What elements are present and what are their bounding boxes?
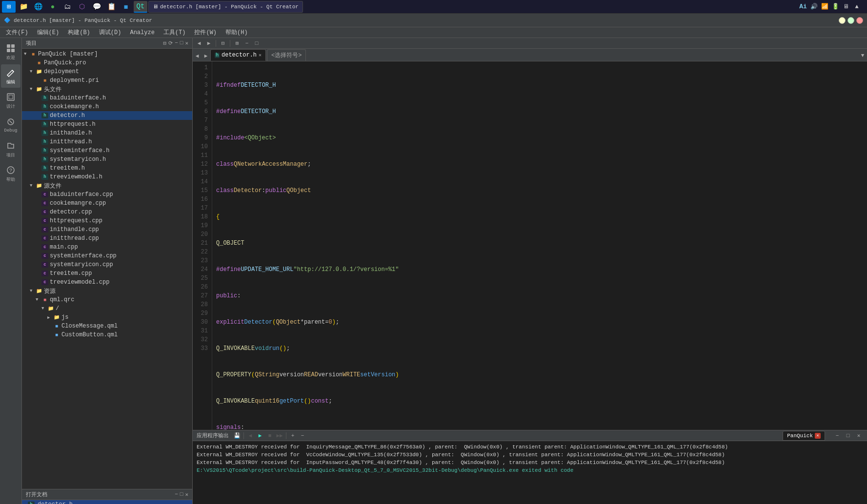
expand-editor-button[interactable]: □ [252,39,261,48]
taskbar-qr[interactable]: ◼ [119,1,133,13]
tab-right-nav[interactable]: ▶ [202,50,210,61]
output-stop-btn[interactable]: ■ [265,431,274,440]
tree-expand-arrow[interactable]: ▼ [30,69,36,74]
tab-detector-h[interactable]: h detector.h ✕ [210,49,266,61]
taskbar-pm[interactable]: 📋 [104,1,118,13]
output-content[interactable]: External WM_DESTROY received for Inquiry… [193,441,867,504]
sidebar-welcome[interactable]: 欢迎 [1,40,20,63]
collapse-icon[interactable]: − [175,40,178,46]
taskbar-browser1[interactable]: 🌐 [31,1,45,13]
list-item[interactable]: c main.cpp [22,243,192,252]
list-item[interactable]: ▼ 📁 头文件 [22,85,192,94]
list-item[interactable]: h initthread.h [22,137,192,146]
list-item[interactable]: ▼ 📁 资源 [22,287,192,295]
tray-icon2[interactable]: 📶 [820,2,829,11]
taskbar-explorer2[interactable]: 🗂 [60,1,74,13]
tree-expand-arrow[interactable]: ▼ [36,297,41,302]
filter-button[interactable]: ⊟ [219,39,227,48]
close-docs-icon[interactable]: ✕ [185,491,188,498]
taskbar-active-window[interactable]: 🖥 detector.h [master] - PanQuick - Qt Cr… [148,1,303,13]
open-doc-detector[interactable]: h detector.h [22,500,192,504]
list-item[interactable]: c treeitem.cpp [22,269,192,278]
tree-expand-arrow[interactable]: ▼ [24,52,30,57]
menu-edit[interactable]: 编辑(E) [33,27,63,38]
minimize-button[interactable] [839,17,846,24]
tree-expand-arrow[interactable]: ▶ [47,315,53,320]
menu-controls[interactable]: 控件(W) [190,27,221,38]
sidebar-project[interactable]: 项目 [1,137,20,161]
list-item[interactable]: c systemtaryicon.cpp [22,260,192,269]
list-item[interactable]: c httprequest.cpp [22,216,192,225]
tree-expand-arrow[interactable]: ▼ [30,289,36,293]
list-item[interactable]: h inithandle.h [22,129,192,137]
output-prev-btn[interactable]: ◀ [246,431,255,440]
list-item[interactable]: h baiduinterface.h [22,94,192,102]
close-panel-icon[interactable]: ✕ [185,40,188,46]
start-button[interactable]: ⊞ [2,1,16,13]
list-item[interactable]: h httprequest.h [22,120,192,129]
list-item[interactable]: ■ PanQuick.pro [22,58,192,67]
menu-analyze[interactable]: Analyze [126,28,158,37]
expand-docs-icon[interactable]: □ [180,491,183,498]
code-editor[interactable]: 1 2 3 4 5 6 7 8 9 10 11 12 13 14 15 16 1… [193,61,867,430]
list-item[interactable]: ▼ 📁 deployment [22,67,192,76]
list-item[interactable]: c systeminterface.cpp [22,252,192,260]
tab-left-nav[interactable]: ◀ [193,50,202,61]
taskbar-browser2[interactable]: ● [46,1,60,13]
collapse-docs-icon[interactable]: − [175,491,178,498]
output-tab-panquick[interactable]: PanQuick ✕ [783,431,825,441]
code-content[interactable]: #ifndef DETECTOR_H #define DETECTOR_H #i… [212,61,867,430]
book-mark-button[interactable]: ⊞ [233,39,242,48]
tree-expand-arrow[interactable]: ▼ [41,306,47,311]
tree-expand-arrow[interactable]: ▼ [30,183,36,188]
list-item[interactable]: c initthread.cpp [22,234,192,243]
menu-build[interactable]: 构建(B) [64,27,94,38]
output-tab-close[interactable]: ✕ [815,433,821,439]
output-collapse-btn[interactable]: − [833,431,842,440]
back-button[interactable]: ◀ [195,39,203,48]
close-editor-button[interactable]: − [242,39,251,48]
output-close-btn[interactable]: ✕ [854,431,863,440]
list-item[interactable]: ▼ 📁 / [22,304,192,313]
tray-ai[interactable]: Ai [799,2,807,11]
tab-symbol-picker[interactable]: <选择符号> [267,49,306,61]
tray-more[interactable]: ▲ [852,2,861,11]
filter-icon[interactable]: ⊟ [163,40,167,46]
list-item[interactable]: c cookiemangre.cpp [22,199,192,208]
menu-file[interactable]: 文件(F) [2,27,32,38]
open-docs-header[interactable]: 打开文档 − □ ✕ [22,489,192,500]
taskbar-qt[interactable]: Qt [134,1,147,13]
tab-close-button[interactable]: ✕ [259,52,262,58]
list-item[interactable]: ▼ 📁 源文件 [22,181,192,190]
list-item[interactable]: h cookiemangre.h [22,102,192,111]
taskbar-vs[interactable]: ⬡ [75,1,89,13]
list-item[interactable]: ▼ ■ qml.qrc [22,295,192,304]
sync-icon[interactable]: ⟳ [168,40,173,46]
list-item[interactable]: c inithandle.cpp [22,225,192,234]
list-item[interactable]: c detector.cpp [22,208,192,216]
file-tree-content[interactable]: ▼ ■ PanQuick [master] ■ PanQuick.pro ▼ 📁… [22,49,192,489]
list-item[interactable]: ▶ 📁 js [22,313,192,322]
list-item[interactable]: h systeminterface.h [22,146,192,155]
tree-expand-arrow[interactable]: ▼ [30,87,36,92]
close-button[interactable] [856,17,863,24]
tray-icon1[interactable]: 🔊 [809,2,818,11]
menu-tools[interactable]: 工具(T) [160,27,190,38]
output-save-btn[interactable]: 💾 [233,431,242,440]
list-item[interactable]: ■ CloseMessage.qml [22,322,192,330]
taskbar-wechat[interactable]: 💬 [90,1,103,13]
output-expand-btn[interactable]: □ [844,431,852,440]
tab-menu-btn[interactable]: ▼ [858,50,867,61]
list-item[interactable]: c baiduinterface.cpp [22,190,192,199]
output-remove-btn[interactable]: − [298,431,307,440]
list-item[interactable]: h treeviewmodel.h [22,173,192,181]
forward-button[interactable]: ▶ [204,39,213,48]
output-next-btn[interactable]: ▶▶ [275,431,284,440]
list-item[interactable]: h systemtaryicon.h [22,155,192,164]
output-add-btn[interactable]: + [288,431,297,440]
maximize-button[interactable] [847,17,854,24]
list-item[interactable]: h detector.h [22,111,192,120]
list-item[interactable]: ■ deployment.pri [22,76,192,85]
tray-network[interactable]: 🖥 [842,2,850,11]
list-item[interactable]: ■ CustomButton.qml [22,330,192,339]
